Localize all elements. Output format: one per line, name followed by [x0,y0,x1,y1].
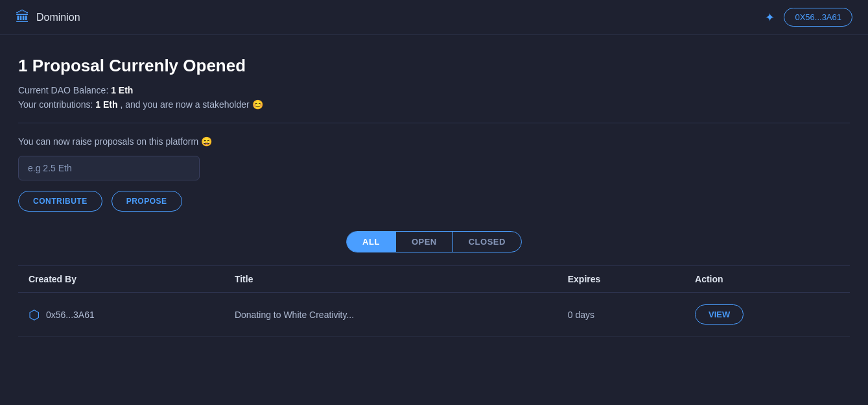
app-header: 🏛 Dominion ✦ 0X56...3A61 [0,0,868,35]
propose-button[interactable]: PROPOSE [111,191,182,212]
table-header: Created By Title Expires Action [18,266,850,293]
main-content: 1 Proposal Currenly Opened Current DAO B… [0,35,868,337]
filter-section: ALL OPEN CLOSED [18,231,850,252]
tab-closed[interactable]: CLOSED [453,232,521,252]
table-body: ⬡ 0x56...3A61 Donating to White Creativi… [18,293,850,337]
col-created-by: Created By [18,266,224,293]
contribute-button[interactable]: CONTRIBUTE [18,191,102,212]
action-buttons: CONTRIBUTE PROPOSE [18,191,850,212]
address-icon: ⬡ [29,307,40,323]
table-row: ⬡ 0x56...3A61 Donating to White Creativi… [18,293,850,337]
cell-title: Donating to White Creativity... [224,293,557,337]
logo-icon: 🏛 [16,9,30,26]
dao-balance-info: Current DAO Balance: 1 Eth [18,85,850,95]
balance-value: 1 Eth [111,85,133,95]
raise-proposals-text: You can now raise proposals on this plat… [18,136,850,147]
col-title: Title [224,266,557,293]
wallet-address-button[interactable]: 0X56...3A61 [784,8,852,27]
cell-expires: 0 days [557,293,685,337]
view-proposal-button[interactable]: VIEW [695,304,744,325]
theme-toggle-icon[interactable]: ✦ [765,10,775,25]
header-left: 🏛 Dominion [16,9,80,26]
proposals-table: Created By Title Expires Action ⬡ 0x56..… [18,265,850,337]
page-title: 1 Proposal Currenly Opened [18,56,850,76]
col-action: Action [685,266,850,293]
cell-created-by: ⬡ 0x56...3A61 [18,293,224,337]
tab-all[interactable]: ALL [347,232,396,252]
eth-amount-input[interactable] [18,156,200,180]
section-divider [18,123,850,123]
tab-open[interactable]: OPEN [396,232,453,252]
contributions-value: 1 Eth [95,99,117,110]
contributions-info: Your contributions: 1 Eth , and you are … [18,99,850,110]
contributions-label: Your contributions: [18,99,93,110]
balance-label: Current DAO Balance: [18,85,108,95]
filter-tabs: ALL OPEN CLOSED [346,231,522,252]
col-expires: Expires [557,266,685,293]
cell-action: VIEW [685,293,850,337]
contributions-suffix: , and you are now a stakeholder 😊 [120,99,263,110]
app-title: Dominion [36,12,80,23]
address-text: 0x56...3A61 [46,310,95,320]
header-right: ✦ 0X56...3A61 [765,8,852,27]
